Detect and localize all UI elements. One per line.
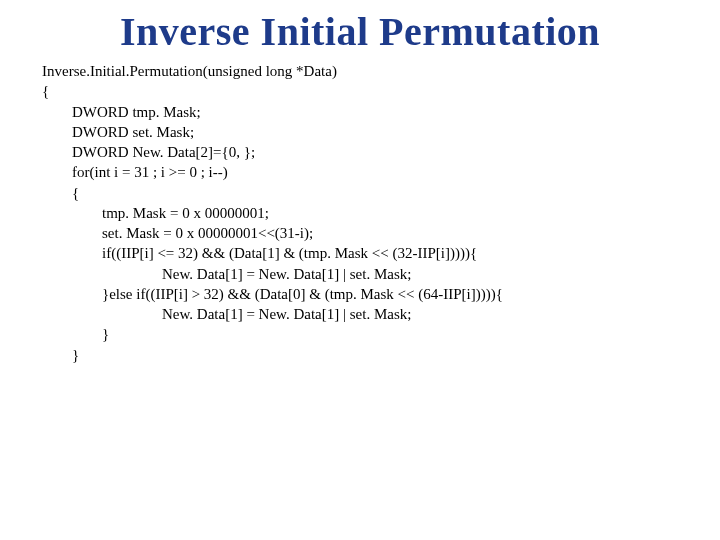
code-line: tmp. Mask = 0 x 00000001;	[42, 205, 269, 221]
code-block: Inverse.Initial.Permutation(unsigned lon…	[0, 61, 720, 365]
slide-title: Inverse Initial Permutation	[0, 0, 720, 61]
code-line: if((IIP[i] <= 32) && (Data[1] & (tmp. Ma…	[42, 245, 477, 261]
code-line: DWORD tmp. Mask;	[42, 104, 201, 120]
code-line: New. Data[1] = New. Data[1] | set. Mask;	[42, 266, 411, 282]
code-line: for(int i = 31 ; i >= 0 ; i--)	[42, 164, 228, 180]
code-line: {	[42, 185, 79, 201]
code-line: }	[42, 347, 79, 363]
code-line: DWORD New. Data[2]={0, };	[42, 144, 255, 160]
code-line: New. Data[1] = New. Data[1] | set. Mask;	[42, 306, 411, 322]
code-line: }	[42, 326, 109, 342]
code-line: }else if((IIP[i] > 32) && (Data[0] & (tm…	[42, 286, 503, 302]
slide: Inverse Initial Permutation Inverse.Init…	[0, 0, 720, 540]
code-line: set. Mask = 0 x 00000001<<(31-i);	[42, 225, 313, 241]
code-line: Inverse.Initial.Permutation(unsigned lon…	[42, 63, 337, 79]
code-line: {	[42, 83, 49, 99]
code-line: DWORD set. Mask;	[42, 124, 194, 140]
